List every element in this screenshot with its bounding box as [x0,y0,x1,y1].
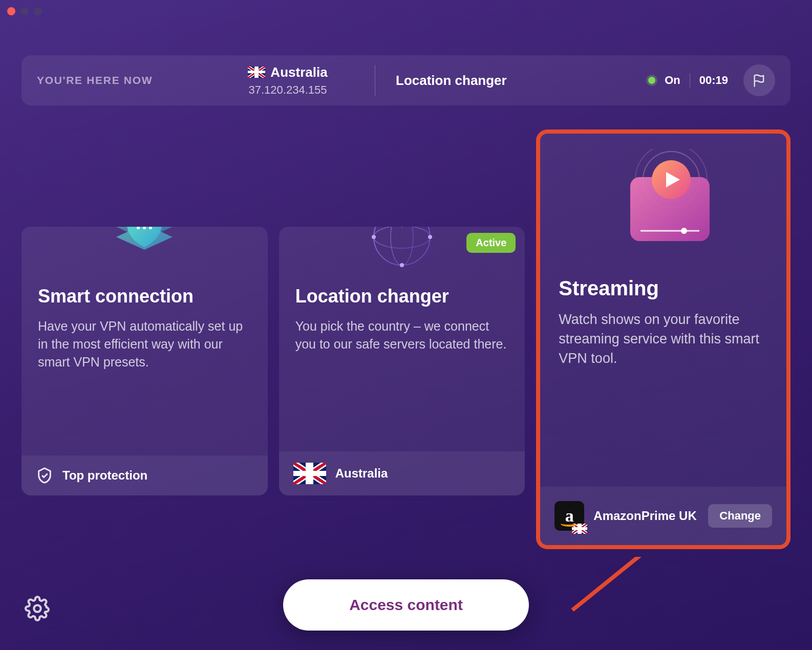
active-badge: Active [466,233,516,253]
settings-button[interactable] [25,596,50,621]
annotation-arrow [548,557,712,618]
card-footer: Top protection [22,456,268,495]
change-service-button[interactable]: Change [708,504,772,528]
current-location-block: Australia 37.120.234.155 [221,64,354,97]
streaming-icon [602,149,725,256]
connection-timer: 00:19 [699,74,728,87]
here-now-label: YOU'RE HERE NOW [37,74,221,86]
minimize-window-button[interactable] [20,7,29,15]
mode-cards: Smart connection Have your VPN automatic… [22,227,790,549]
svg-point-4 [374,227,430,248]
card-footer: Australia [279,451,525,495]
location-changer-icon [358,227,445,273]
status-indicator-dot [648,77,655,84]
current-ip: 37.120.234.155 [221,83,354,97]
flag-icon [752,73,766,88]
smart-connection-icon [101,227,188,273]
card-title: Streaming [559,277,768,300]
svg-point-15 [681,228,687,234]
svg-point-6 [372,235,376,239]
card-description: Have your VPN automatically set up in th… [38,317,251,371]
divider [375,65,375,96]
svg-point-3 [374,227,430,265]
footer-country: Australia [335,466,388,481]
gear-icon [25,596,50,621]
svg-point-7 [428,235,432,239]
card-footer: a AmazonPrime UK Change [540,487,786,545]
svg-line-19 [572,557,679,610]
vpn-status-text: On [665,74,680,87]
uk-flag-icon [572,524,587,534]
card-description: Watch shows on your favorite streaming s… [559,310,768,368]
streaming-service-name: AmazonPrime UK [593,509,696,523]
access-content-button[interactable]: Access content [283,579,529,631]
top-status-bar: YOU'RE HERE NOW Australia 37.120.234.155… [22,55,790,105]
card-title: Location changer [295,286,509,307]
footer-label: Top protection [62,468,147,483]
card-description: You pick the country – we connect you to… [295,317,509,353]
shield-check-icon [36,467,53,484]
australia-flag-icon [248,67,265,78]
svg-point-20 [34,605,40,612]
location-changer-card[interactable]: Active Location changer You pick the cou… [279,227,525,495]
close-window-button[interactable] [7,7,15,15]
zoom-window-button[interactable] [34,7,42,15]
streaming-card[interactable]: Streaming Watch shows on your favorite s… [536,129,790,549]
card-title: Smart connection [38,286,251,307]
divider [690,73,690,88]
report-flag-button[interactable] [743,64,775,96]
access-content-label: Access content [349,596,463,614]
svg-point-9 [400,263,404,267]
location-changer-label: Location changer [396,73,648,89]
window-traffic-lights [7,7,42,15]
vpn-status-block: On 00:19 [648,73,728,88]
svg-point-5 [391,227,413,265]
current-country: Australia [270,64,327,80]
smart-connection-card[interactable]: Smart connection Have your VPN automatic… [22,227,268,495]
australia-flag-icon [293,463,326,484]
amazon-prime-logo-icon: a [554,501,584,531]
